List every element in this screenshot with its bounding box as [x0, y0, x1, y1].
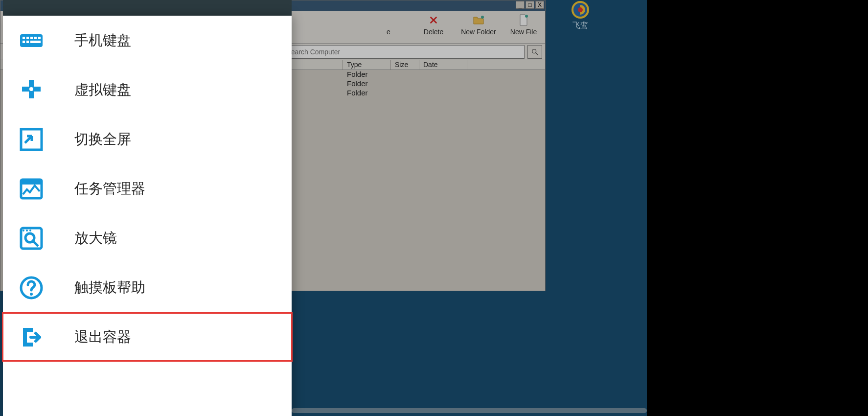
svg-point-3: [525, 15, 528, 18]
fullscreen-icon: [17, 125, 46, 154]
svg-rect-6: [23, 37, 25, 39]
menu-item-label: 虚拟键盘: [74, 80, 131, 100]
close-button[interactable]: X: [535, 1, 544, 9]
svg-point-2: [481, 16, 484, 19]
help-icon: [17, 273, 46, 302]
keyboard-icon: [17, 26, 46, 55]
svg-rect-9: [34, 37, 37, 39]
maximize-button[interactable]: □: [525, 1, 534, 9]
svg-point-1: [578, 7, 583, 12]
desktop-shortcut-label: 飞鸾: [563, 21, 598, 31]
menu-item-label: 退出容器: [74, 327, 131, 347]
task-manager-icon: [17, 174, 46, 204]
menu-item-magnifier[interactable]: 放大镜: [3, 213, 292, 263]
magnifier-icon: [17, 224, 46, 253]
search-button[interactable]: [527, 45, 542, 59]
svg-point-24: [30, 293, 33, 296]
dpad-icon: [17, 75, 46, 105]
search-icon: [531, 48, 539, 56]
feige-icon: [571, 0, 590, 20]
overlay-titlebar: [3, 0, 292, 16]
desktop-shortcut-feige[interactable]: 飞鸾: [563, 0, 598, 31]
svg-point-20: [23, 230, 24, 231]
toolbar-partial-button[interactable]: e: [371, 14, 406, 36]
svg-rect-12: [26, 41, 29, 43]
svg-point-14: [29, 87, 33, 91]
new-file-icon: [506, 14, 541, 26]
svg-rect-17: [21, 180, 42, 185]
svg-point-22: [29, 230, 31, 231]
svg-rect-7: [26, 37, 29, 39]
col-size[interactable]: Size: [391, 60, 419, 69]
delete-button[interactable]: Delete: [416, 14, 451, 36]
col-type[interactable]: Type: [343, 60, 391, 69]
new-file-button[interactable]: New File: [506, 14, 541, 36]
menu-item-exit-container[interactable]: 退出容器: [2, 312, 293, 362]
menu-item-label: 触摸板帮助: [74, 278, 145, 298]
minimize-button[interactable]: _: [516, 1, 525, 9]
svg-point-21: [26, 230, 28, 231]
svg-rect-13: [30, 41, 41, 43]
exit-icon: [17, 323, 46, 352]
svg-point-4: [532, 49, 536, 53]
horizontal-scrollbar[interactable]: [292, 408, 647, 413]
menu-item-task-manager[interactable]: 任务管理器: [3, 164, 292, 213]
menu-item-label: 任务管理器: [74, 179, 145, 199]
menu-item-label: 切换全屏: [74, 130, 131, 149]
menu-item-virtual-keyboard[interactable]: 虚拟键盘: [3, 65, 292, 115]
delete-icon: [416, 14, 451, 26]
menu-item-label: 手机键盘: [74, 31, 131, 50]
col-date[interactable]: Date: [419, 60, 467, 69]
svg-point-19: [25, 233, 34, 242]
menu-item-trackpad-help[interactable]: 触摸板帮助: [3, 263, 292, 312]
svg-rect-8: [30, 37, 33, 39]
menu-item-label: 放大镜: [74, 229, 117, 248]
svg-rect-10: [38, 37, 41, 39]
side-menu: 手机键盘 虚拟键盘 切换全屏 任务管理器 放大镜 触摸板帮助 退: [3, 16, 292, 416]
svg-rect-11: [23, 41, 25, 43]
new-folder-button[interactable]: New Folder: [461, 14, 496, 36]
menu-item-phone-keyboard[interactable]: 手机键盘: [3, 16, 292, 65]
search-input[interactable]: [283, 45, 525, 59]
menu-item-fullscreen[interactable]: 切换全屏: [3, 115, 292, 164]
new-folder-icon: [461, 14, 496, 26]
